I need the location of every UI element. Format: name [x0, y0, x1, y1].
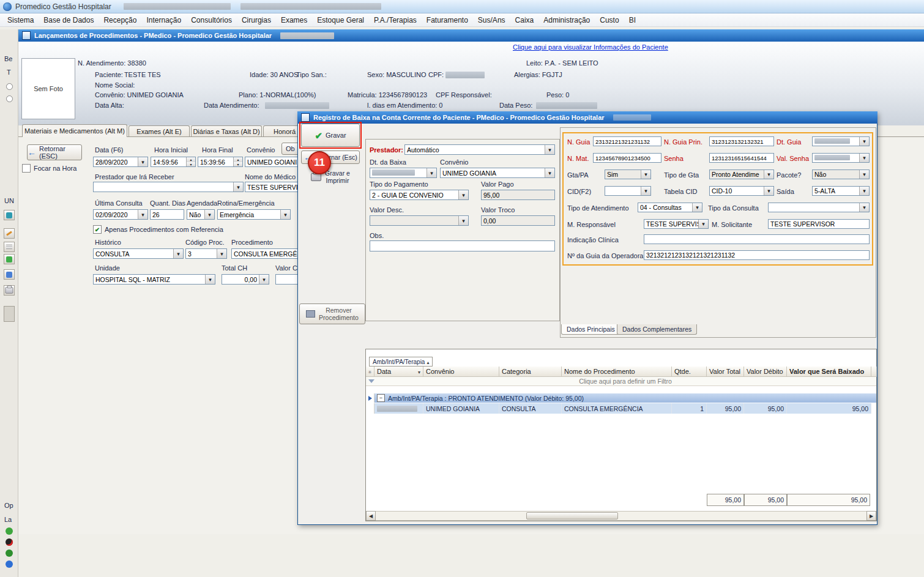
plant-icon[interactable]: [6, 527, 13, 535]
sidebar-radio-1[interactable]: [6, 83, 13, 90]
chevron-down-icon[interactable]: [204, 210, 214, 219]
cell-valor-debito[interactable]: 95,00: [744, 403, 787, 414]
unidade-combo[interactable]: HOSPITAL SQL - MATRIZ: [93, 274, 215, 285]
cell-categoria[interactable]: CONSULTA: [499, 403, 562, 414]
patient-info-link[interactable]: Clique aqui para visualizar Informações …: [513, 43, 668, 51]
pencil-icon[interactable]: [4, 228, 15, 239]
sidebar-label-t[interactable]: T: [7, 69, 11, 76]
quant-dias-field[interactable]: 26: [150, 209, 184, 220]
panel-handle[interactable]: [4, 306, 15, 322]
scroll-left-button[interactable]: ◀: [366, 511, 376, 521]
menu-caixa[interactable]: Caixa: [510, 15, 539, 26]
cell-valor-total[interactable]: 95,00: [707, 403, 744, 414]
chevron-down-icon[interactable]: [545, 145, 554, 154]
menu-internacao[interactable]: Internação: [141, 15, 186, 26]
tools-icon[interactable]: [4, 210, 15, 220]
menu-sus-ans[interactable]: Sus/Ans: [473, 15, 510, 26]
menu-custo[interactable]: Custo: [595, 15, 624, 26]
sidebar-label-be[interactable]: Be: [4, 55, 12, 62]
chevron-down-icon[interactable]: [138, 210, 147, 219]
agendada-combo[interactable]: Não: [187, 209, 215, 220]
spinner-arrows-icon[interactable]: [233, 157, 242, 166]
prestador-recebe-combo[interactable]: [93, 182, 244, 192]
menu-exames[interactable]: Exames: [276, 15, 312, 26]
focar-na-hora-checkbox[interactable]: Focar na Hora: [22, 164, 76, 173]
menu-estoque-geral[interactable]: Estoque Geral: [312, 15, 369, 26]
cell-qtde[interactable]: 1: [672, 403, 707, 414]
scroll-right-button[interactable]: ▶: [866, 511, 876, 521]
spinner-arrows-icon[interactable]: [186, 157, 195, 166]
hora-inicial-spinner[interactable]: 14:59:56: [151, 157, 196, 167]
ultima-consulta-combo[interactable]: 02/09/2020: [93, 209, 148, 220]
list-icon[interactable]: [4, 242, 15, 252]
collapse-icon[interactable]: [377, 394, 385, 402]
tab-dados-complementares[interactable]: Dados Complementares: [617, 324, 697, 335]
sidebar-radio-2[interactable]: [6, 95, 13, 102]
grid-filter-row[interactable]: Clique aqui para definir um Filtro: [366, 377, 876, 386]
print-icon[interactable]: [4, 285, 15, 296]
col-header-procedimento[interactable]: Nome do Procedimento: [562, 367, 672, 377]
sidebar-label-la[interactable]: La: [4, 516, 12, 523]
chevron-down-icon[interactable]: [280, 210, 290, 219]
chevron-down-icon[interactable]: [259, 275, 269, 284]
prestador-combo[interactable]: Automático: [404, 144, 555, 155]
sort-filter-icon[interactable]: [416, 368, 420, 375]
hora-final-spinner[interactable]: 15:39:56: [198, 157, 243, 167]
menu-faturamento[interactable]: Faturamento: [422, 15, 473, 26]
col-header-convenio[interactable]: Convênio: [423, 367, 499, 377]
grid-group-row[interactable]: Amb/Int/PA/Terapia : PRONTO ATENDIMENTO …: [374, 393, 876, 403]
col-header-valor-debito[interactable]: Valor Débito: [744, 367, 787, 377]
chevron-down-icon[interactable]: [458, 190, 468, 199]
col-header-valor-baixado[interactable]: Valor que Será Baixado: [787, 367, 871, 377]
tab-materiais-medicamentos[interactable]: Materiais e Medicamentos (Alt M): [22, 124, 127, 137]
menu-bi[interactable]: BI: [624, 15, 641, 26]
filter-icon[interactable]: [368, 379, 374, 383]
grid-hscrollbar[interactable]: [366, 511, 876, 521]
refresh-icon[interactable]: [4, 254, 15, 264]
col-header-qtde[interactable]: Qtde.: [672, 367, 707, 377]
cell-convenio[interactable]: UNIMED GOIANIA: [423, 403, 499, 414]
wave-icon[interactable]: [6, 560, 13, 568]
power-icon[interactable]: [6, 538, 13, 546]
chevron-down-icon[interactable]: [427, 168, 436, 177]
sidebar-label-op[interactable]: Op: [4, 502, 13, 509]
menu-administracao[interactable]: Administração: [538, 15, 595, 26]
recycle-icon[interactable]: [6, 549, 13, 557]
chevron-down-icon[interactable]: [217, 249, 226, 258]
group-by-box[interactable]: Amb/Int/PA/Terapia: [369, 357, 433, 367]
menu-recepcao[interactable]: Recepção: [99, 15, 141, 26]
historico-combo[interactable]: CONSULTA: [93, 248, 184, 259]
cell-valor-baixado[interactable]: 95,00: [787, 403, 871, 414]
data-f6-combo[interactable]: 28/09/2020: [93, 157, 148, 167]
tab-diarias-taxas[interactable]: Diárias e Taxas (Alt D): [191, 125, 262, 137]
col-header-valor-total[interactable]: Valor Total: [707, 367, 744, 377]
scroll-thumb[interactable]: [526, 512, 618, 519]
chevron-down-icon[interactable]: [173, 249, 183, 258]
tab-exames[interactable]: Exames (Alt E): [129, 125, 190, 137]
codigo-proc-combo[interactable]: 3: [185, 248, 227, 259]
menu-sistema[interactable]: Sistema: [2, 15, 39, 26]
chevron-down-icon[interactable]: [233, 182, 243, 192]
col-header-categoria[interactable]: Categoria: [499, 367, 562, 377]
menu-cirurgias[interactable]: Cirurgias: [237, 15, 276, 26]
total-ch-combo[interactable]: 0,00: [222, 274, 269, 285]
baixa-convenio-combo[interactable]: UNIMED GOIANIA: [440, 168, 555, 178]
gravar-button[interactable]: Gravar: [301, 124, 360, 147]
tab-dados-principais[interactable]: Dados Principais: [561, 324, 620, 335]
tipo-pagamento-combo[interactable]: 2 - GUIA DE CONVENIO: [370, 190, 469, 200]
menu-consultorios[interactable]: Consultórios: [186, 15, 237, 26]
menu-pa-terapias[interactable]: P.A./Terapias: [369, 15, 422, 26]
apenas-referencia-checkbox[interactable]: Apenas Procedimentos com Referencia: [93, 225, 223, 234]
chevron-down-icon[interactable]: [205, 275, 215, 284]
obs-input[interactable]: [370, 240, 555, 251]
remover-procedimento-button[interactable]: RemoverProcedimento: [299, 303, 365, 324]
col-header-data[interactable]: Data: [374, 367, 423, 377]
retornar-esc-button[interactable]: Retornar (ESC): [27, 144, 82, 160]
dt-baixa-combo[interactable]: [370, 168, 437, 178]
chevron-down-icon[interactable]: [545, 168, 554, 177]
rotina-emergencia-combo[interactable]: Emergência: [217, 209, 291, 220]
gravar-imprimir-button[interactable]: Gravar eImprimir: [301, 168, 360, 186]
sidebar-label-un[interactable]: UN: [4, 197, 14, 204]
filter-hint[interactable]: Clique aqui para definir um Filtro: [374, 378, 876, 385]
chevron-down-icon[interactable]: [138, 157, 147, 166]
